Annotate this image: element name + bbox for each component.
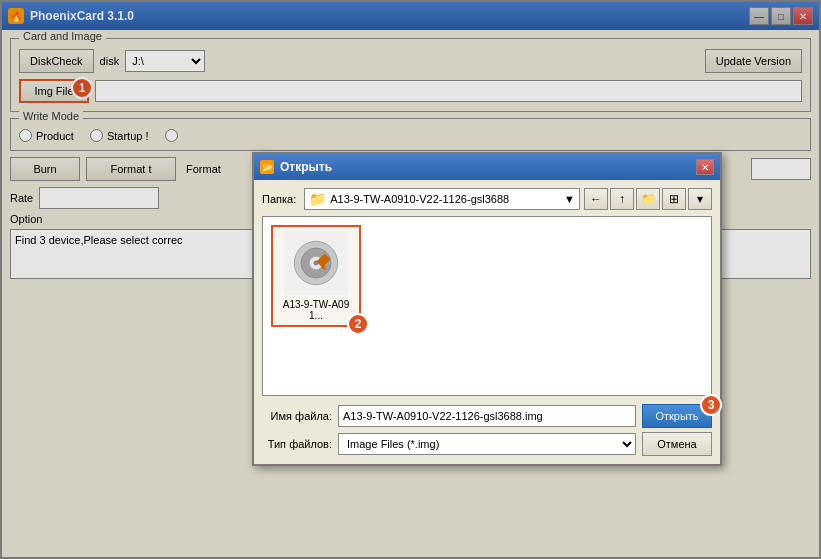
filetype-label: Тип файлов: [262,438,332,450]
disk-icon [291,238,341,288]
badge-2: 2 [347,313,369,335]
cancel-button[interactable]: Отмена [642,432,712,456]
dialog-title-bar: 📂 Открыть ✕ [254,154,720,180]
open-file-dialog: 📂 Открыть ✕ Папка: 📁 A13-9-TW-A0910-V22-… [252,152,722,466]
dialog-toolbar: Папка: 📁 A13-9-TW-A0910-V22-1126-gsl3688… [262,188,712,210]
dialog-icon: 📂 [260,160,274,174]
folder-icon: 📁 [309,191,326,207]
filename-input[interactable] [338,405,636,427]
dialog-body: Папка: 📁 A13-9-TW-A0910-V22-1126-gsl3688… [254,180,720,464]
file-item[interactable]: A13-9-TW-A091... 2 [271,225,361,327]
dialog-title: Открыть [280,160,696,174]
back-button[interactable]: ← [584,188,608,210]
badge-3: 3 [700,394,722,416]
folder-select[interactable]: 📁 A13-9-TW-A0910-V22-1126-gsl3688 ▼ [304,188,580,210]
dialog-footer: Имя файла: Открыть 3 Тип файлов: Image F… [262,404,712,456]
file-item-name: A13-9-TW-A091... [277,299,355,321]
filetype-row: Тип файлов: Image Files (*.img) Отмена [262,432,712,456]
open-btn-container: Открыть 3 [642,404,712,428]
file-area: A13-9-TW-A091... 2 [262,216,712,396]
view-options-button[interactable]: ▾ [688,188,712,210]
folder-value: A13-9-TW-A0910-V22-1126-gsl3688 [330,193,509,205]
main-window: 🔥 PhoenixCard 3.1.0 — □ ✕ Card and Image… [0,0,821,559]
filename-label: Имя файла: [262,410,332,422]
dialog-close-button[interactable]: ✕ [696,159,714,175]
filetype-select[interactable]: Image Files (*.img) [338,433,636,455]
dialog-overlay: 📂 Открыть ✕ Папка: 📁 A13-9-TW-A0910-V22-… [2,2,819,557]
up-folder-button[interactable]: ↑ [610,188,634,210]
dropdown-arrow-icon: ▼ [564,193,575,205]
filename-row: Имя файла: Открыть 3 [262,404,712,428]
new-folder-button[interactable]: 📁 [636,188,660,210]
view-toggle-button[interactable]: ⊞ [662,188,686,210]
dialog-nav-buttons: ← ↑ 📁 ⊞ ▾ [584,188,712,210]
folder-label: Папка: [262,193,296,205]
file-thumbnail [284,231,348,295]
